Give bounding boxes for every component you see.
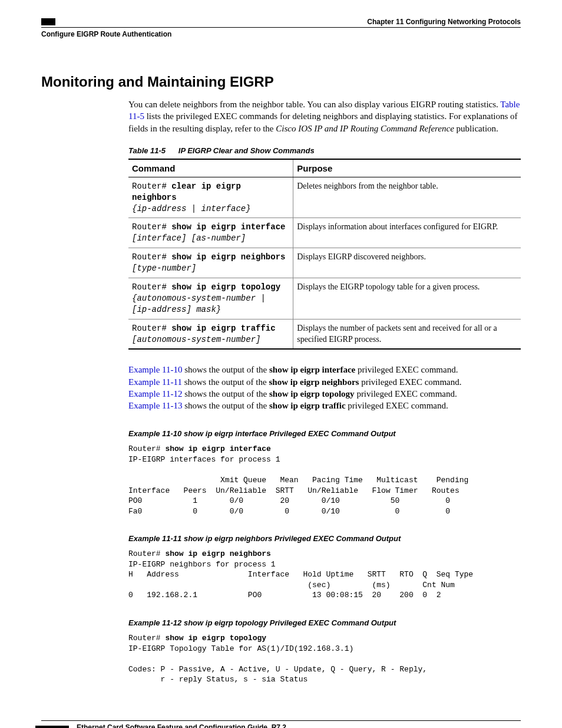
example-link[interactable]: Example 11-10	[128, 365, 183, 374]
cmd-purpose: Displays the EIGRP topology table for a …	[293, 278, 521, 319]
cmd-prompt: Router#	[132, 182, 171, 191]
example-link[interactable]: Example 11-13	[128, 401, 183, 410]
table-row: Router# clear ip eigrp neighbors{ip-addr…	[128, 177, 521, 218]
intro-text-1: You can delete neighbors from the neighb…	[128, 100, 500, 109]
cmd-args: {autonomous-system-number | [ip-address]…	[132, 294, 266, 314]
cmd-args: [autonomous-system-number]	[132, 335, 260, 344]
cmd-prompt: Router#	[132, 222, 171, 232]
table-row: Router# show ip eigrp traffic[autonomous…	[128, 319, 521, 349]
cmd-bold: show ip eigrp neighbors	[171, 252, 285, 262]
page-footer: Ethernet Card Software Feature and Confi…	[41, 720, 521, 728]
th-purpose: Purpose	[293, 159, 521, 177]
table-row: Router# show ip eigrp neighbors[type-num…	[128, 248, 521, 278]
table-caption-text: IP EIGRP Clear and Show Commands	[178, 146, 315, 155]
cmd-prompt: Router#	[132, 282, 171, 292]
table-caption: Table 11-5 IP EIGRP Clear and Show Comma…	[128, 146, 521, 155]
cmd-prompt: Router#	[132, 252, 171, 262]
cmd-purpose: Displays EIGRP discovered neighbors.	[293, 248, 521, 278]
th-command: Command	[128, 159, 293, 177]
header-ornament	[41, 18, 55, 25]
intro-ital: Cisco IOS IP and IP Routing Command Refe…	[276, 124, 454, 133]
cmd-purpose: Displays information about interfaces co…	[293, 218, 521, 248]
example-caption-11: Example 11-11 show ip eigrp neighbors Pr…	[128, 534, 521, 543]
intro-text-3: publication.	[454, 124, 498, 133]
cmd-bold: show ip eigrp interface	[171, 222, 285, 232]
cmd-prompt: Router#	[132, 324, 171, 333]
section-title: Configure EIGRP Route Authentication	[41, 30, 521, 38]
book-title: Ethernet Card Software Feature and Confi…	[77, 723, 521, 728]
cli-output-12: Router# show ip eigrp topology IP-EIGRP …	[128, 633, 521, 685]
page-header: Chapter 11 Configuring Networking Protoc…	[41, 18, 521, 28]
cli-output-10: Router# show ip eigrp interface IP-EIGRP…	[128, 444, 521, 516]
command-table: Command Purpose Router# clear ip eigrp n…	[128, 159, 521, 350]
cmd-purpose: Deletes neighbors from the neighbor tabl…	[293, 177, 521, 218]
cmd-bold: show ip eigrp topology	[171, 282, 280, 292]
table-row: Router# show ip eigrp topology{autonomou…	[128, 278, 521, 319]
page-number-badge: 11-26	[35, 726, 69, 728]
cli-output-11: Router# show ip eigrp neighbors IP-EIGRP…	[128, 549, 521, 601]
cmd-args: {ip-address | interface}	[132, 204, 251, 213]
example-link[interactable]: Example 11-11	[128, 377, 182, 387]
cmd-args: [interface] [as-number]	[132, 233, 246, 243]
cmd-args: [type-number]	[132, 263, 196, 273]
cmd-purpose: Displays the number of packets sent and …	[293, 319, 521, 349]
table-row: Router# show ip eigrp interface[interfac…	[128, 218, 521, 248]
example-caption-10: Example 11-10 show ip eigrp interface Pr…	[128, 429, 521, 438]
example-link[interactable]: Example 11-12	[128, 389, 183, 398]
cmd-bold: show ip eigrp traffic	[171, 324, 275, 333]
chapter-title: Chapter 11 Configuring Networking Protoc…	[367, 18, 521, 26]
example-references: Example 11-10 shows the output of the sh…	[128, 364, 521, 411]
page-heading: Monitoring and Maintaining EIGRP	[41, 74, 521, 90]
example-caption-12: Example 11-12 show ip eigrp topology Pri…	[128, 618, 521, 627]
intro-paragraph: You can delete neighbors from the neighb…	[128, 98, 521, 134]
table-caption-label: Table 11-5	[128, 146, 166, 155]
